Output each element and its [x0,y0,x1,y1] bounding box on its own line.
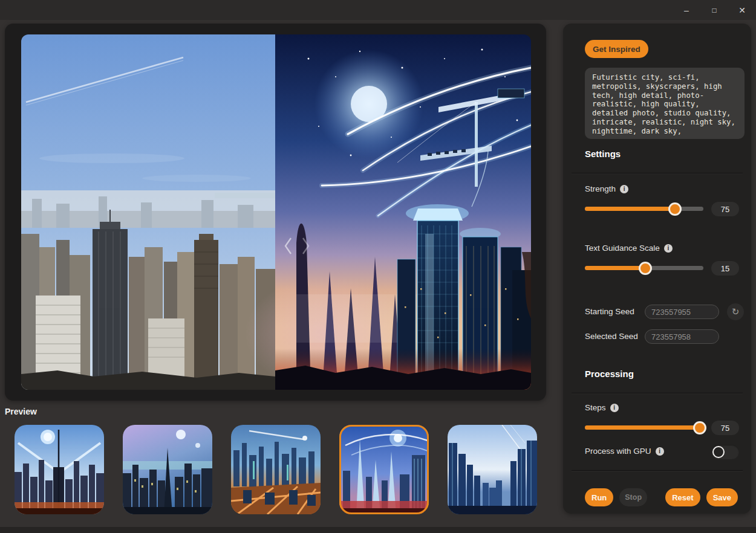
control-sidebar: Get Inspired Futuristic city, sci-fi, me… [563,24,751,514]
stop-button[interactable]: Stop [619,488,647,506]
steps-label: Steps i [585,403,619,412]
slider-fill [585,425,700,430]
minimize-icon[interactable]: – [673,0,700,20]
slider-thumb[interactable] [668,202,682,216]
slider-fill [585,266,645,270]
gpu-label: Process with GPU i [585,447,664,456]
refresh-seed-icon[interactable]: ↻ [727,303,744,320]
maximize-icon[interactable]: □ [700,0,728,20]
thumbnail-2-graphic [123,425,212,514]
steps-value: 75 [711,421,739,435]
slider-fill [585,207,675,211]
info-icon[interactable]: i [620,185,628,193]
thumbnail-4-graphic [339,425,429,514]
divider [572,173,743,173]
strength-value: 75 [711,202,739,216]
gpu-toggle-knob [712,446,725,458]
divider [572,470,743,471]
gpu-toggle[interactable] [711,445,739,459]
reset-button[interactable]: Reset [665,488,700,506]
info-icon[interactable]: i [610,404,619,412]
prompt-input[interactable]: Futuristic city, sci-fi, metropolis, sky… [585,68,745,139]
info-icon[interactable]: i [656,447,664,456]
divider [572,393,743,393]
preview-thumbnail-5[interactable] [448,425,537,514]
settings-heading: Settings [585,149,621,159]
selected-seed-label: Selected Seed [585,332,638,341]
save-button[interactable]: Save [706,488,738,506]
image-panel [5,24,546,401]
strength-slider[interactable] [585,202,703,216]
thumbnail-3-graphic [231,425,321,514]
preview-thumbnail-2[interactable] [123,425,212,514]
steps-slider[interactable] [585,421,703,434]
slider-thumb[interactable] [639,262,652,275]
guidance-value: 15 [711,261,739,276]
preview-thumbnail-3[interactable] [231,425,321,514]
close-icon[interactable]: ✕ [728,0,756,20]
action-buttons-row: Run Stop Reset Save [585,488,738,506]
guidance-label: Text Guidance Scale i [585,244,673,253]
starting-seed-input[interactable]: 723557955 [645,305,719,319]
titlebar: – □ ✕ [0,0,756,20]
preview-thumbnail-1[interactable] [15,425,104,514]
hero-cityscape-graphic [21,34,531,390]
strength-label: Strength i [585,184,628,193]
get-inspired-button[interactable]: Get Inspired [585,40,648,58]
slider-thumb[interactable] [693,421,706,434]
thumbnail-1-graphic [15,425,104,514]
processing-heading: Processing [585,369,634,379]
preview-thumbnail-4-selected[interactable] [339,425,429,514]
run-button[interactable]: Run [585,488,613,506]
selected-seed-input[interactable]: 723557958 [645,329,719,344]
starting-seed-label: Starting Seed [585,307,634,316]
window-bottom-edge [0,527,756,533]
comparison-image[interactable] [21,34,531,390]
info-icon[interactable]: i [664,244,673,253]
guidance-slider[interactable] [585,262,703,275]
thumbnail-5-graphic [448,425,537,514]
preview-label: Preview [5,407,37,416]
